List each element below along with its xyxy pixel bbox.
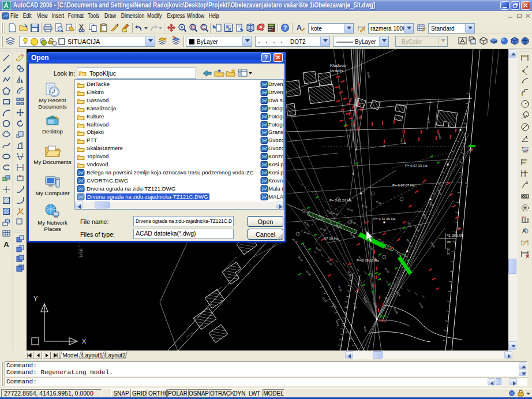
svg-text:P= 0 07 07 Ha: P= 0 07 07 Ha [392,184,415,187]
svg-text:41 300.00: 41 300.00 [447,233,463,237]
svg-text:OM 0: OM 0 [379,315,386,318]
svg-text:A: A [3,240,9,249]
svg-text:P= 0 11 26 Ha: P= 0 11 26 Ha [329,199,352,202]
svg-text:m: m [458,226,460,230]
svg-text:?: ? [283,24,287,31]
svg-text:P= 0 07 33 Ha: P= 0 07 33 Ha [405,164,428,167]
svg-text:Y: Y [33,295,38,302]
svg-text:4503: 4503 [379,319,385,322]
svg-text:P= 0 11 46 Ha: P= 0 11 46 Ha [373,217,396,221]
svg-text:180.04: 180.04 [80,248,83,258]
svg-text:00.00: 00.00 [447,248,450,255]
svg-text:X: X [82,338,87,345]
svg-text:07 16 Ha: 07 16 Ha [324,237,339,240]
svg-text:izradio:: izradio: [330,68,344,73]
svg-text:86: 86 [447,240,451,244]
svg-text:Kladovo: Kladovo [330,63,346,68]
svg-text:A: A [297,24,302,32]
svg-text:A: A [526,180,528,184]
